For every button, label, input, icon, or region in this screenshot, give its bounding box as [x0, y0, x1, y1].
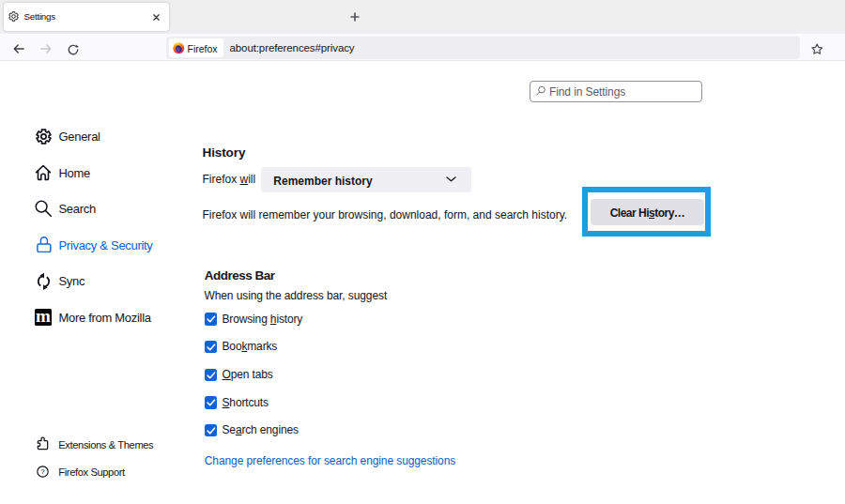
- svg-text:?: ?: [40, 467, 45, 476]
